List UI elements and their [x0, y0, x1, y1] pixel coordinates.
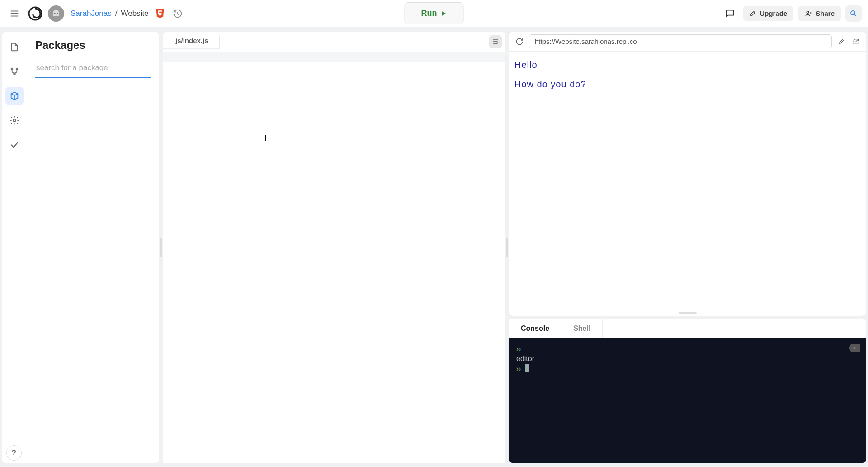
preview-line-2: How do you do?: [514, 79, 861, 90]
chat-icon: [725, 9, 735, 19]
ghost-icon: [51, 9, 61, 19]
reload-button[interactable]: [514, 37, 524, 47]
rail-version[interactable]: [5, 62, 24, 81]
menu-button[interactable]: [6, 5, 23, 22]
preview-line-1: Hello: [514, 60, 861, 70]
svg-point-12: [851, 11, 855, 15]
svg-point-9: [807, 11, 809, 13]
package-search-wrap: [35, 60, 151, 78]
svg-point-5: [57, 12, 58, 14]
gutter: 1: [163, 49, 187, 463]
top-header: SarahJonas / Website Run Upgrade Share: [0, 0, 868, 27]
run-label: Run: [421, 9, 437, 18]
tab-console[interactable]: Console: [509, 319, 561, 338]
breadcrumb-sep: /: [115, 9, 118, 18]
wrap-toggle[interactable]: [489, 35, 502, 48]
tab-shell[interactable]: Shell: [561, 319, 603, 338]
external-icon: [852, 38, 859, 45]
run-button[interactable]: Run: [405, 2, 464, 24]
share-label: Share: [816, 10, 835, 17]
svg-point-18: [13, 119, 16, 122]
code-body: I: [187, 49, 505, 463]
panel-title: Packages: [27, 37, 159, 60]
resize-handle-right[interactable]: [506, 238, 508, 257]
editor-pane: js/index.js 1 I: [163, 32, 505, 463]
username-link[interactable]: SarahJonas: [71, 9, 112, 18]
console-tabs: Console Shell: [509, 319, 866, 338]
rocket-icon: [749, 10, 756, 17]
term-line-3: ››: [516, 364, 859, 374]
package-icon: [9, 91, 19, 101]
text-cursor-decoration: I: [264, 133, 267, 143]
rail-settings[interactable]: [5, 111, 24, 129]
svg-marker-8: [442, 11, 446, 15]
preview-resize-handle[interactable]: [509, 310, 866, 316]
term-cursor: [525, 364, 529, 372]
code-line-1: [163, 52, 505, 62]
right-column: Hello How do you do? Console Shell × ›› …: [509, 32, 866, 463]
terminal[interactable]: × ›› editor ››: [509, 338, 866, 463]
code-area[interactable]: 1 I: [163, 49, 505, 463]
check-icon: [9, 140, 19, 150]
avatar[interactable]: [48, 5, 64, 22]
header-right: Upgrade Share: [722, 5, 862, 22]
history-button[interactable]: [172, 8, 183, 19]
preview-pane: Hello How do you do?: [509, 32, 866, 316]
rail-files[interactable]: [5, 38, 24, 56]
breadcrumb: SarahJonas / Website: [71, 8, 183, 19]
upgrade-button[interactable]: Upgrade: [743, 6, 793, 21]
play-icon: [441, 10, 447, 17]
console-pane: Console Shell × ›› editor ››: [509, 319, 866, 463]
svg-point-4: [54, 12, 56, 14]
svg-point-14: [11, 68, 13, 70]
address-bar: [509, 32, 866, 52]
packages-panel: Packages: [27, 32, 159, 463]
gear-icon: [9, 115, 19, 125]
editor-tabs: js/index.js: [163, 32, 505, 49]
resize-handle-left[interactable]: [160, 238, 162, 257]
rail-packages[interactable]: [5, 87, 24, 105]
editor-tab[interactable]: js/index.js: [163, 32, 220, 49]
html5-icon: [155, 9, 165, 19]
term-line-2: editor: [516, 354, 859, 364]
svg-line-13: [854, 14, 856, 16]
logo[interactable]: [27, 5, 43, 22]
menu-icon: [9, 9, 19, 19]
svg-line-7: [178, 14, 179, 14]
spiral-icon: [28, 6, 42, 21]
url-input[interactable]: [529, 34, 832, 48]
svg-line-21: [855, 39, 858, 42]
help-button[interactable]: ?: [6, 445, 22, 461]
chat-button[interactable]: [722, 5, 738, 22]
file-icon: [9, 42, 19, 52]
search-icon: [849, 10, 858, 18]
project-name: Website: [121, 9, 148, 18]
reload-icon: [515, 38, 524, 46]
history-icon: [173, 9, 183, 19]
term-line-1: ››: [516, 344, 859, 354]
main-area: Packages js/index.js 1 I: [0, 27, 868, 467]
share-button[interactable]: Share: [798, 6, 841, 21]
package-search-input[interactable]: [35, 60, 151, 77]
open-external-button[interactable]: [851, 37, 861, 47]
edit-url-button[interactable]: [836, 37, 846, 47]
pencil-icon: [838, 38, 845, 45]
person-plus-icon: [804, 10, 812, 18]
preview-body: Hello How do you do?: [509, 52, 866, 310]
upgrade-label: Upgrade: [760, 10, 787, 17]
side-rail: [2, 32, 27, 463]
svg-point-15: [16, 68, 18, 70]
rail-check[interactable]: [5, 136, 24, 154]
search-button[interactable]: [845, 5, 862, 22]
clear-console-button[interactable]: ×: [849, 344, 860, 352]
wrap-icon: [492, 38, 499, 45]
branch-icon: [9, 67, 19, 76]
